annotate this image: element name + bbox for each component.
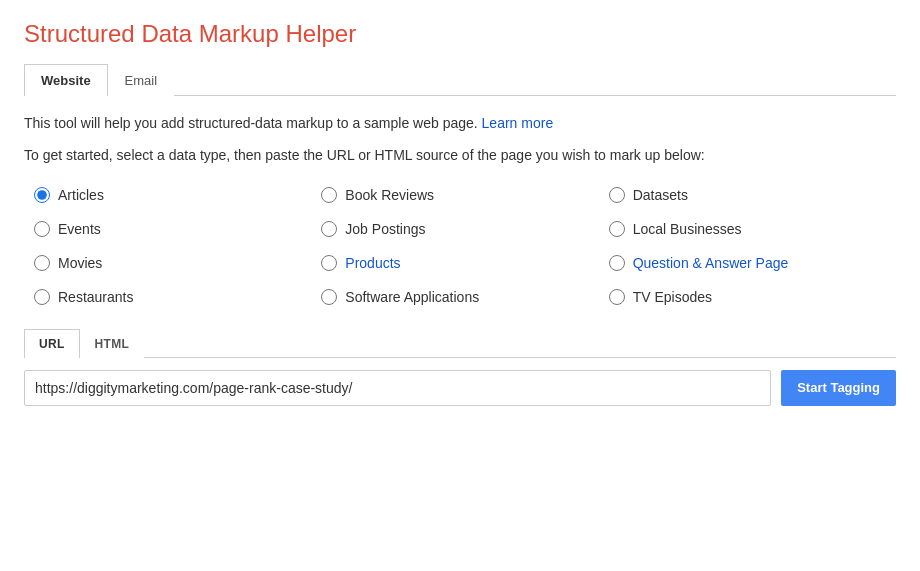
radio-events-input[interactable] [34,221,50,237]
sub-tab-url[interactable]: URL [24,329,80,358]
tab-website[interactable]: Website [24,64,108,96]
radio-qa-page-label: Question & Answer Page [633,255,789,271]
description-line1: This tool will help you add structured-d… [24,112,896,134]
radio-restaurants-label: Restaurants [58,289,133,305]
page-title: Structured Data Markup Helper [24,20,896,48]
radio-local-businesses-label: Local Businesses [633,221,742,237]
radio-tv-episodes-input[interactable] [609,289,625,305]
radio-qa-page[interactable]: Question & Answer Page [609,255,896,271]
radio-products[interactable]: Products [321,255,608,271]
data-type-options: Articles Book Reviews Datasets Events Jo… [24,187,896,305]
learn-more-link[interactable]: Learn more [482,115,554,131]
radio-job-postings-label: Job Postings [345,221,425,237]
input-type-tabs: URL HTML [24,329,896,358]
radio-movies-label: Movies [58,255,102,271]
main-tabs: Website Email [24,64,896,96]
radio-book-reviews-input[interactable] [321,187,337,203]
radio-book-reviews-label: Book Reviews [345,187,434,203]
radio-restaurants-input[interactable] [34,289,50,305]
radio-products-input[interactable] [321,255,337,271]
radio-tv-episodes[interactable]: TV Episodes [609,289,896,305]
radio-job-postings[interactable]: Job Postings [321,221,608,237]
radio-events[interactable]: Events [34,221,321,237]
radio-tv-episodes-label: TV Episodes [633,289,712,305]
radio-events-label: Events [58,221,101,237]
radio-articles[interactable]: Articles [34,187,321,203]
radio-articles-input[interactable] [34,187,50,203]
radio-movies-input[interactable] [34,255,50,271]
tab-email[interactable]: Email [108,64,175,96]
radio-articles-label: Articles [58,187,104,203]
radio-movies[interactable]: Movies [34,255,321,271]
radio-software-applications-input[interactable] [321,289,337,305]
radio-book-reviews[interactable]: Book Reviews [321,187,608,203]
radio-restaurants[interactable]: Restaurants [34,289,321,305]
radio-products-label: Products [345,255,400,271]
radio-datasets[interactable]: Datasets [609,187,896,203]
radio-datasets-input[interactable] [609,187,625,203]
radio-local-businesses-input[interactable] [609,221,625,237]
radio-datasets-label: Datasets [633,187,688,203]
radio-software-applications-label: Software Applications [345,289,479,305]
radio-software-applications[interactable]: Software Applications [321,289,608,305]
sub-tab-html[interactable]: HTML [80,329,145,358]
radio-local-businesses[interactable]: Local Businesses [609,221,896,237]
radio-job-postings-input[interactable] [321,221,337,237]
radio-qa-page-input[interactable] [609,255,625,271]
start-tagging-button[interactable]: Start Tagging [781,370,896,406]
description-text: This tool will help you add structured-d… [24,115,478,131]
url-input-row: Start Tagging [24,370,896,406]
description-line2: To get started, select a data type, then… [24,144,896,166]
url-input[interactable] [24,370,771,406]
